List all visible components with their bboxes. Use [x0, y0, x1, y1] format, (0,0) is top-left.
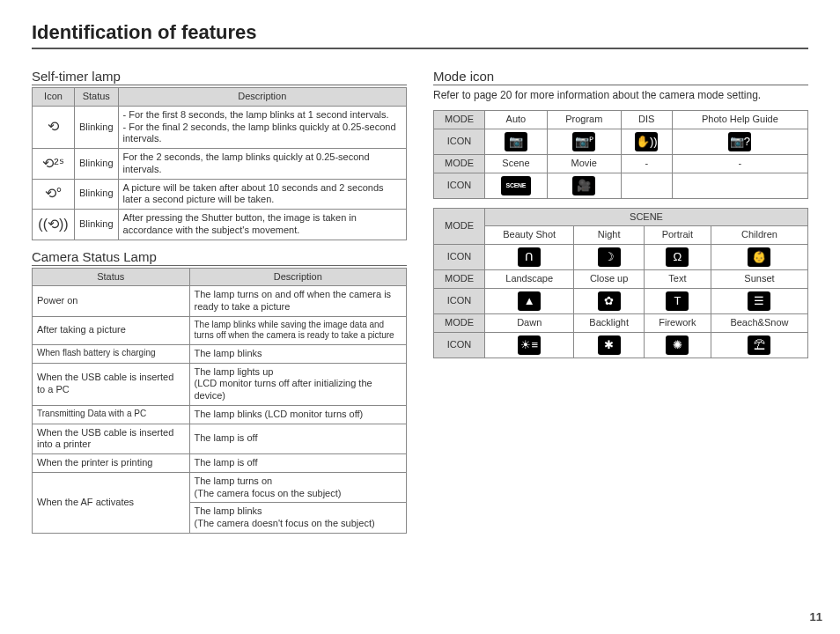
camera-status-cell: When the USB cable is inserted into a pr… [33, 424, 190, 454]
camera-status-desc: The lamp is off [189, 454, 407, 473]
beach-snow-icon: ⛱ [748, 335, 770, 355]
camera-status-table: Status Description Power onThe lamp turn… [32, 268, 407, 534]
scene-mode-name: Dawn [485, 313, 574, 332]
camera-status-cell: When the printer is printing [33, 454, 190, 473]
scene-icon-cell: ✺ [644, 332, 711, 358]
scene-mode-name: Sunset [711, 270, 807, 289]
portrait-icon: Ω [666, 247, 689, 267]
title-divider [32, 48, 808, 49]
mode-icon-cell: ✋)) [621, 129, 672, 154]
icon-label: ICON [434, 173, 485, 198]
text-icon: T [666, 291, 689, 311]
mode-icon-cell: 📷 [485, 129, 548, 154]
scene-icon-cell: ✱ [574, 332, 645, 358]
scene-icon-cell: T [644, 288, 711, 313]
children-icon: 👶 [748, 247, 770, 267]
mode-icon-cell: 📷ᴾ [547, 129, 621, 154]
camera-status-cell: Transmitting Data with a PC [33, 405, 190, 424]
scene-mode-name: Beauty Shot [485, 226, 574, 245]
mode-label: MODE [434, 154, 485, 173]
mode-scene-table: MODESCENEBeauty ShotNightPortraitChildre… [433, 208, 808, 358]
col-status: Status [75, 88, 119, 107]
beauty-shot-icon: ᑎ [518, 247, 541, 267]
close-up-icon: ✿ [598, 291, 621, 311]
scene-mode-name: Backlight [574, 313, 645, 332]
mode-name: - [621, 154, 672, 173]
camera-status-cell: When the USB cable is inserted to a PC [33, 363, 190, 405]
camera-status-af-desc1: The lamp turns on(The camera focus on th… [189, 472, 407, 503]
mode-label: MODE [434, 208, 485, 245]
firework-icon: ✺ [666, 335, 689, 355]
self-timer-double-icon: ⟲° [33, 179, 75, 210]
self-timer-status: Blinking [75, 106, 119, 148]
scene-icon-cell: ☀≡ [485, 332, 574, 358]
camera-status-cell: When flash battery is charging [33, 344, 190, 363]
self-timer-motion-icon: ((⟲)) [33, 210, 75, 240]
auto-icon: 📷 [505, 132, 527, 151]
scene-mode-name: Text [644, 270, 711, 289]
scene-icon-cell: ✿ [574, 288, 645, 313]
dis-icon: ✋)) [635, 132, 658, 151]
camera-status-af-desc2: The lamp blinks(The camera doesn't focus… [189, 503, 407, 534]
scene-icon-cell: ⛱ [711, 332, 807, 358]
mode-icon-cell: 🎥 [547, 173, 621, 198]
scene-icon-cell: Ω [644, 245, 711, 270]
mode-name: DIS [621, 111, 672, 129]
camera-status-af: When the AF activates [33, 472, 190, 533]
backlight-icon: ✱ [598, 335, 621, 355]
mode-icon-ref: Refer to page 20 for more information ab… [433, 89, 808, 101]
self-timer-desc: For the 2 seconds, the lamp blinks quick… [118, 149, 406, 180]
mode-name: Auto [485, 111, 548, 129]
page-title: Identification of features [32, 21, 808, 44]
mode-name: Photo Help Guide [672, 111, 807, 129]
self-timer-status: Blinking [75, 210, 119, 240]
self-timer-desc: After pressing the Shutter button, the i… [118, 210, 406, 240]
camera-status-desc: The lamp turns on and off when the camer… [189, 286, 407, 317]
col-icon: Icon [33, 88, 75, 107]
sunset-icon: ☰ [748, 291, 770, 311]
camera-status-desc: The lamp is off [189, 424, 407, 454]
scene-mode-name: Beach&Snow [711, 313, 807, 332]
mode-name: Scene [485, 154, 548, 173]
icon-label: ICON [434, 288, 485, 313]
icon-label: ICON [434, 332, 485, 358]
mode-name: Program [547, 111, 621, 129]
self-timer-status: Blinking [75, 149, 119, 180]
night-icon: ☽ [598, 247, 621, 267]
mode-label: MODE [434, 270, 485, 289]
mode-icon-cell [621, 173, 672, 198]
movie-icon: 🎥 [572, 176, 595, 195]
camera-status-desc: The lamp lights up(LCD monitor turns off… [189, 363, 407, 405]
scene-header: SCENE [485, 208, 808, 226]
camera-status-cell: Power on [33, 286, 190, 317]
icon-label: ICON [434, 245, 485, 270]
scene-mode-name: Close up [574, 270, 645, 289]
mode-top-table: MODEAutoProgramDISPhoto Help GuideICON📷📷… [433, 110, 808, 199]
mode-icon-cell: 📷? [672, 129, 807, 154]
mode-icon-cell [672, 173, 807, 198]
camera-status-desc: The lamp blinks (LCD monitor turns off) [189, 405, 407, 424]
program-icon: 📷ᴾ [572, 132, 595, 151]
scene-mode-name: Landscape [485, 270, 574, 289]
col-desc: Description [118, 88, 406, 107]
self-timer-10s-icon: ⟲ [33, 106, 75, 148]
scene-icon-cell: ▲ [485, 288, 574, 313]
mode-icon-heading: Mode icon [433, 69, 808, 85]
landscape-icon: ▲ [518, 291, 541, 311]
mode-label: MODE [434, 111, 485, 129]
scene-mode-name: Firework [644, 313, 711, 332]
scene-icon-cell: ᑎ [485, 245, 574, 270]
icon-label: ICON [434, 129, 485, 154]
mode-name: - [672, 154, 807, 173]
mode-label: MODE [434, 313, 485, 332]
scene-icon-cell: ☰ [711, 288, 807, 313]
self-timer-2s-icon: ⟲²ˢ [33, 149, 75, 180]
self-timer-heading: Self-timer lamp [32, 69, 407, 85]
scene-icon-cell: 👶 [711, 245, 807, 270]
camera-status-desc: The lamp blinks [189, 344, 407, 363]
dawn-icon: ☀≡ [518, 335, 541, 355]
scene-icon-cell: ☽ [574, 245, 645, 270]
self-timer-desc: - For the first 8 seconds, the lamp blin… [118, 106, 406, 148]
col-desc2: Description [189, 268, 407, 286]
self-timer-desc: A picture will be taken after about 10 s… [118, 179, 406, 210]
